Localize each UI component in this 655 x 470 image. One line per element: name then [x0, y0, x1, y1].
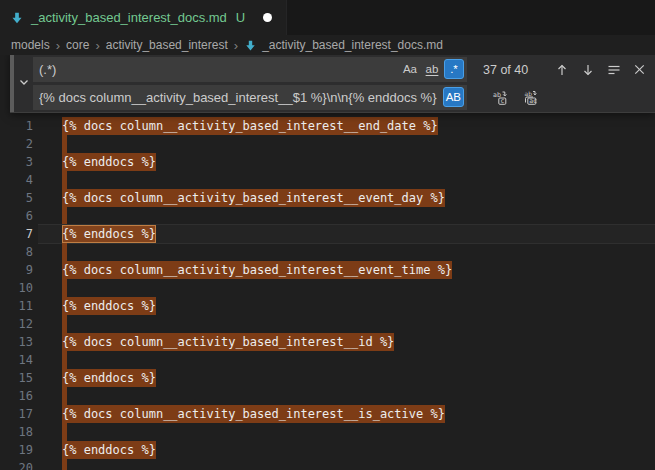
replace-all-button[interactable]: ab ac	[519, 87, 540, 108]
find-match-highlight[interactable]: {% docs column__activity_based_interest_…	[62, 261, 452, 279]
line-content[interactable]	[38, 423, 655, 441]
breadcrumb-item-models[interactable]: models	[11, 38, 50, 52]
find-match-highlight[interactable]: {% enddocs %}	[62, 369, 156, 387]
tab-filename: _activity_based_interest_docs.md	[31, 10, 227, 25]
breadcrumb-item-activity-based-interest[interactable]: activity_based_interest	[106, 38, 228, 52]
line-number[interactable]: 12	[0, 315, 33, 333]
line-content[interactable]	[38, 279, 655, 297]
find-match-highlight[interactable]: {% enddocs %}	[62, 441, 156, 459]
find-row: Aa ab .* 37 of 40	[33, 57, 655, 82]
line-number[interactable]: 10	[0, 279, 33, 297]
line-number[interactable]: 2	[0, 135, 33, 153]
line-content[interactable]: {% enddocs %}	[38, 297, 655, 315]
line-number[interactable]: 4	[0, 171, 33, 189]
line-number[interactable]: 19	[0, 441, 33, 459]
line-number[interactable]: 6	[0, 207, 33, 225]
line-content[interactable]: {% docs column__activity_based_interest_…	[38, 261, 655, 279]
line-content[interactable]	[38, 207, 655, 225]
replace-input-wrap: AB	[33, 85, 467, 110]
code-line: 5{% docs column__activity_based_interest…	[0, 189, 655, 207]
line-number[interactable]: 18	[0, 423, 33, 441]
line-content[interactable]	[38, 315, 655, 333]
find-input-wrap: Aa ab .*	[33, 57, 467, 82]
selection-lines-icon	[606, 62, 622, 78]
line-number[interactable]: 17	[0, 405, 33, 423]
find-match-highlight[interactable]: {% docs column__activity_based_interest_…	[62, 333, 394, 351]
breadcrumb-item-file[interactable]: _activity_based_interest_docs.md	[244, 38, 443, 52]
find-match-highlight-empty	[62, 315, 67, 333]
line-number[interactable]: 11	[0, 297, 33, 315]
find-match-highlight-empty	[62, 423, 67, 441]
replace-button[interactable]: ab c	[489, 87, 510, 108]
find-match-highlight[interactable]: {% enddocs %}	[62, 225, 156, 243]
code-line: 19{% enddocs %}	[0, 441, 655, 459]
line-content[interactable]	[38, 351, 655, 369]
line-number[interactable]: 7	[0, 225, 33, 243]
replace-input[interactable]	[33, 85, 467, 110]
line-number[interactable]: 1	[0, 117, 33, 135]
line-content[interactable]: {% enddocs %}	[38, 441, 655, 459]
find-match-highlight[interactable]: {% enddocs %}	[62, 153, 156, 171]
line-content[interactable]	[38, 243, 655, 261]
svg-text:ab: ab	[524, 90, 532, 97]
breadcrumb-file-label: _activity_based_interest_docs.md	[262, 38, 443, 52]
line-number[interactable]: 15	[0, 369, 33, 387]
line-content[interactable]: {% enddocs %}	[38, 369, 655, 387]
line-number[interactable]: 3	[0, 153, 33, 171]
line-content[interactable]: {% enddocs %}	[38, 225, 655, 243]
whole-word-toggle[interactable]: ab	[422, 59, 442, 79]
line-content[interactable]: {% docs column__activity_based_interest_…	[38, 117, 655, 135]
replace-all-icon: ab ac	[522, 90, 538, 106]
find-match-highlight-empty	[62, 135, 67, 153]
replace-action-icons: ab c ab	[489, 87, 540, 108]
line-content[interactable]	[38, 171, 655, 189]
find-match-highlight[interactable]: {% docs column__activity_based_interest_…	[62, 405, 445, 423]
toggle-replace-button[interactable]	[14, 55, 33, 112]
breadcrumb-separator: ›	[56, 39, 60, 52]
code-line: 20	[0, 459, 655, 470]
results-count: 37 of 40	[483, 63, 528, 77]
close-find-widget-button[interactable]	[629, 59, 650, 80]
line-content[interactable]	[38, 387, 655, 405]
code-line: 4	[0, 171, 655, 189]
match-case-toggle[interactable]: Aa	[400, 59, 420, 79]
unsaved-changes-dot[interactable]	[263, 13, 272, 22]
line-number[interactable]: 14	[0, 351, 33, 369]
find-widget-rows: Aa ab .* 37 of 40	[33, 55, 655, 112]
code-line: 10	[0, 279, 655, 297]
line-content[interactable]: {% docs column__activity_based_interest_…	[38, 405, 655, 423]
find-match-highlight-empty	[62, 351, 67, 369]
svg-text:ac: ac	[529, 97, 537, 105]
find-match-highlight[interactable]: {% docs column__activity_based_interest_…	[62, 189, 445, 207]
next-match-button[interactable]	[577, 59, 598, 80]
line-number[interactable]: 9	[0, 261, 33, 279]
line-content[interactable]: {% docs column__activity_based_interest_…	[38, 333, 655, 351]
find-match-highlight[interactable]: {% enddocs %}	[62, 297, 156, 315]
code-line: 16	[0, 387, 655, 405]
tab-activity-based-interest-docs[interactable]: _activity_based_interest_docs.md U	[0, 0, 287, 35]
find-match-highlight-empty	[62, 279, 67, 297]
line-number[interactable]: 20	[0, 459, 33, 470]
code-line: 9{% docs column__activity_based_interest…	[0, 261, 655, 279]
code-line: 15{% enddocs %}	[0, 369, 655, 387]
line-content[interactable]	[38, 135, 655, 153]
line-number[interactable]: 16	[0, 387, 33, 405]
breadcrumb-item-core[interactable]: core	[66, 38, 89, 52]
find-match-highlight[interactable]: {% docs column__activity_based_interest_…	[62, 117, 438, 135]
find-nav-icons	[551, 59, 650, 80]
code-line: 6	[0, 207, 655, 225]
line-number[interactable]: 13	[0, 333, 33, 351]
line-content[interactable]: {% docs column__activity_based_interest_…	[38, 189, 655, 207]
preserve-case-toggle[interactable]: AB	[443, 87, 464, 107]
line-content[interactable]: {% enddocs %}	[38, 153, 655, 171]
regex-toggle[interactable]: .*	[444, 59, 464, 79]
line-content[interactable]	[38, 459, 655, 470]
previous-match-button[interactable]	[551, 59, 572, 80]
find-in-selection-button[interactable]	[603, 59, 624, 80]
code-line: 14	[0, 351, 655, 369]
code-line: 8	[0, 243, 655, 261]
replace-options: AB	[443, 87, 464, 107]
line-number[interactable]: 8	[0, 243, 33, 261]
svg-text:c: c	[500, 97, 504, 105]
line-number[interactable]: 5	[0, 189, 33, 207]
